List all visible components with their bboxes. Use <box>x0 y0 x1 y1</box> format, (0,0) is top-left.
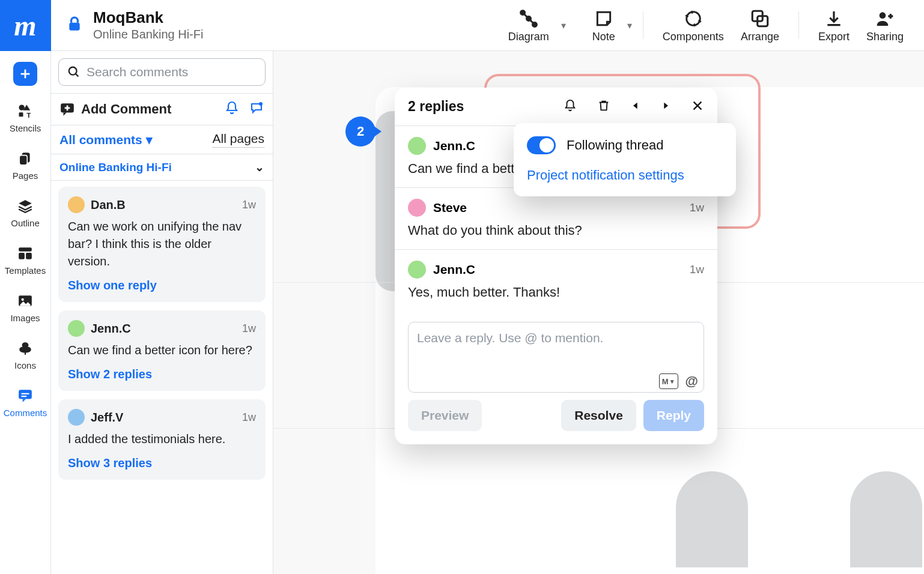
reply-button[interactable]: Reply <box>643 400 704 431</box>
comment-card[interactable]: Jenn.C1wCan we find a better icon for he… <box>58 310 266 391</box>
svg-point-9 <box>21 298 23 301</box>
add-button[interactable] <box>13 62 37 86</box>
svg-text:T: T <box>26 111 31 119</box>
page-label: Online Banking Hi-Fi <box>59 161 172 174</box>
rail-stencils[interactable]: T Stencils <box>10 101 41 133</box>
rail-outline[interactable]: Outline <box>11 196 40 228</box>
comment-list[interactable]: Dan.B1wCan we work on unifying the nav b… <box>51 181 273 574</box>
thread-bell-icon[interactable] <box>564 99 577 115</box>
tool-sharing[interactable]: Sharing <box>858 8 912 43</box>
show-replies-link[interactable]: Show 2 replies <box>68 367 256 381</box>
thread-message: Jenn.C1wYes, much better. Thanks! <box>395 250 717 311</box>
tool-diagram-group[interactable]: Diagram ▾ <box>500 8 566 43</box>
templates-icon <box>17 246 34 261</box>
page-row[interactable]: Online Banking Hi-Fi ⌄ <box>51 154 273 181</box>
app-logo[interactable]: m <box>0 0 51 51</box>
following-toggle[interactable] <box>527 136 556 154</box>
tool-note-label: Note <box>592 31 615 43</box>
comment-card[interactable]: Jeff.V1wI added the testimonials here.Sh… <box>58 399 266 480</box>
author: Jeff.V <box>91 411 123 424</box>
author: Jenn.C <box>91 322 131 336</box>
filter-dropdown[interactable]: All comments ▾ <box>59 133 153 147</box>
rail-images[interactable]: Images <box>10 291 40 323</box>
rail-pages-label: Pages <box>13 171 38 181</box>
rail-comments-label: Comments <box>4 408 47 418</box>
comment-body: Can we find a better icon for here? <box>68 342 256 359</box>
diagram-icon <box>518 8 540 29</box>
show-replies-link[interactable]: Show 3 replies <box>68 456 256 470</box>
diagram-caret-icon[interactable]: ▾ <box>561 20 566 31</box>
icons-icon <box>17 340 33 356</box>
following-label: Following thread <box>567 137 663 153</box>
note-caret-icon[interactable]: ▾ <box>627 20 632 31</box>
rail-templates[interactable]: Templates <box>5 244 46 276</box>
rail-comments[interactable]: Comments <box>4 386 47 418</box>
tool-note-group[interactable]: Note ▾ <box>584 8 632 43</box>
comment-pin[interactable]: 2 <box>345 116 375 147</box>
tool-diagram-label: Diagram <box>508 31 549 43</box>
thread-trash-icon[interactable] <box>597 99 610 115</box>
comments-icon <box>17 388 34 403</box>
images-icon <box>17 293 34 309</box>
panel-bell-icon[interactable] <box>225 101 239 118</box>
replies-count: 2 replies <box>408 98 464 115</box>
notification-settings-link[interactable]: Project notification settings <box>527 168 723 183</box>
all-pages-toggle[interactable]: All pages <box>213 131 264 148</box>
tool-arrange[interactable]: Arrange <box>732 8 788 43</box>
tool-export[interactable]: Export <box>810 8 858 43</box>
rail-icons[interactable]: Icons <box>14 339 36 370</box>
author: Jenn.C <box>433 262 475 277</box>
author: Dan.B <box>91 198 126 212</box>
thread-close-icon[interactable] <box>691 99 704 115</box>
rail-images-label: Images <box>10 313 40 323</box>
resolve-button[interactable]: Resolve <box>561 400 636 431</box>
rail-pages[interactable]: Pages <box>13 149 38 181</box>
svg-point-23 <box>259 102 263 106</box>
svg-rect-6 <box>19 253 25 259</box>
plus-icon <box>19 67 32 80</box>
outline-icon <box>17 198 33 214</box>
chevron-down-icon: ⌄ <box>255 160 264 174</box>
panel-chat-icon[interactable] <box>249 101 264 118</box>
preview-button[interactable]: Preview <box>408 400 482 431</box>
lock-icon[interactable] <box>67 15 82 35</box>
thread-prev-icon[interactable] <box>631 100 640 113</box>
search-icon <box>67 65 81 79</box>
timestamp: 1w <box>242 199 256 211</box>
stencils-icon: T <box>17 103 34 119</box>
left-rail: m T Stencils Pages Outline Templates Ima… <box>0 0 51 574</box>
project-subtitle: Online Banking Hi-Fi <box>93 28 203 41</box>
rail-stencils-label: Stencils <box>10 123 41 133</box>
svg-rect-7 <box>26 253 32 259</box>
show-replies-link[interactable]: Show one reply <box>68 279 256 292</box>
search-input[interactable]: Search comments <box>58 58 266 86</box>
filter-label: All comments <box>59 133 142 147</box>
export-icon <box>824 9 843 28</box>
comment-body: I added the testimonials here. <box>68 431 256 448</box>
components-icon <box>683 8 704 29</box>
tool-export-label: Export <box>818 31 850 43</box>
markdown-icon[interactable]: M▼ <box>659 373 678 389</box>
svg-rect-4 <box>19 156 27 165</box>
tool-arrange-label: Arrange <box>741 31 779 43</box>
mention-icon[interactable]: @ <box>685 373 698 389</box>
search-placeholder: Search comments <box>87 65 188 79</box>
svg-rect-1 <box>19 112 23 116</box>
follow-popover: Following thread Project notification se… <box>514 123 736 196</box>
timestamp: 1w <box>690 201 704 214</box>
svg-rect-12 <box>22 393 29 394</box>
tool-sharing-label: Sharing <box>866 31 904 43</box>
arrange-icon <box>750 8 770 29</box>
project-title-block[interactable]: MoqBank Online Banking Hi-Fi <box>93 9 203 41</box>
comment-card[interactable]: Dan.B1wCan we work on unifying the nav b… <box>58 187 266 302</box>
add-comment-label: Add Comment <box>81 101 171 117</box>
topbar: MoqBank Online Banking Hi-Fi Diagram ▾ N… <box>51 0 924 51</box>
thread-next-icon[interactable] <box>661 100 670 113</box>
thread-message: Steve1wWhat do you think about this? <box>395 188 717 250</box>
add-comment-icon <box>59 101 75 117</box>
svg-point-21 <box>69 67 77 75</box>
add-comment-button[interactable]: Add Comment <box>59 101 171 117</box>
author: Steve <box>433 201 467 215</box>
rail-outline-label: Outline <box>11 218 40 228</box>
tool-components[interactable]: Components <box>654 8 732 43</box>
